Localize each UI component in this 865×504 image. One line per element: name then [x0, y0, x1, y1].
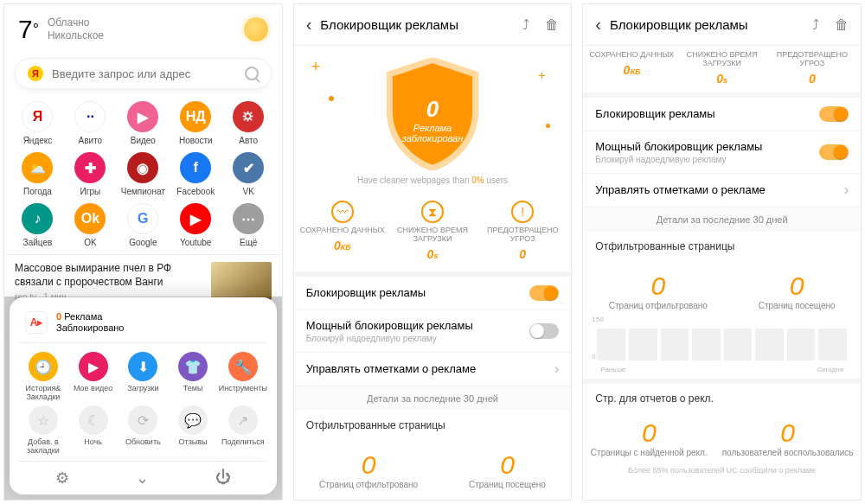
- filtered-pages-stat: 0Страниц отфильтровано: [609, 271, 708, 310]
- app-icon: ✚: [74, 152, 106, 183]
- app-label: Ещё: [240, 238, 257, 247]
- tool-label: Отзывы: [179, 438, 208, 447]
- toggle-strong-adblock[interactable]: Мощный блокировщик рекламыБлокируй надое…: [583, 131, 861, 174]
- share-icon[interactable]: ⤴: [522, 17, 529, 33]
- tool-icon: ⟳: [128, 405, 157, 435]
- app-label: Видео: [131, 136, 156, 145]
- app-icon: ⛭: [233, 101, 264, 132]
- app-shortcut[interactable]: Ok OK: [64, 201, 117, 249]
- reported-pages-stat: 0Страницы с найденной рекл.: [591, 418, 708, 457]
- section-heading: Отфильтрованные страницы: [294, 411, 572, 440]
- chevron-right-icon: ›: [554, 361, 559, 377]
- app-shortcut[interactable]: ▶ Видео: [117, 99, 170, 147]
- tool-button[interactable]: ⟳ Обновить: [118, 405, 168, 456]
- app-shortcut[interactable]: ✔ VK: [222, 150, 275, 198]
- tool-label: Темы: [183, 385, 203, 393]
- city-name: Никольское: [48, 29, 104, 42]
- app-icon: ▶: [180, 203, 211, 234]
- tool-icon: ☾: [79, 405, 108, 435]
- exit-button[interactable]: ⏻: [215, 469, 231, 488]
- tool-button[interactable]: 🕘 История& Закладки: [18, 352, 68, 402]
- tool-button[interactable]: 🔧 Инструменты: [218, 352, 268, 402]
- tool-button[interactable]: ↗ Поделиться: [218, 405, 268, 456]
- settings-button[interactable]: ⚙: [55, 469, 69, 488]
- trash-icon[interactable]: 🗑: [545, 17, 559, 33]
- adblock-summary[interactable]: A▸ 0 РекламаЗаблокировано: [18, 306, 268, 343]
- home-screen: 7° ОблачноНикольское Я Я Яндекс ·· Авито…: [3, 3, 283, 501]
- app-shortcut[interactable]: НД Новости: [170, 99, 222, 147]
- stat-item: ! ПРЕДОТВРАЩЕНО УГРОЗ 0: [478, 201, 567, 261]
- search-input[interactable]: [52, 67, 236, 80]
- stat-item: 〰 СОХРАНЕНО ДАННЫХ 0КБ: [298, 201, 387, 261]
- adblock-icon: A▸: [25, 311, 48, 334]
- back-button[interactable]: ‹: [306, 15, 312, 35]
- app-shortcut[interactable]: Я Яндекс: [11, 99, 64, 147]
- app-shortcut[interactable]: ♪ Зайцев: [11, 201, 64, 249]
- app-label: Погода: [23, 187, 52, 196]
- chevron-right-icon: ›: [844, 182, 849, 198]
- toggle-switch[interactable]: [529, 285, 559, 301]
- tool-label: Ночь: [84, 438, 102, 447]
- app-shortcut[interactable]: ·· Авито: [64, 99, 117, 147]
- app-label: Google: [129, 238, 157, 247]
- tool-icon: 👕: [178, 352, 208, 381]
- search-bar[interactable]: Я: [15, 58, 272, 89]
- adblock-detail-stats: ‹ Блокировщик рекламы ⤴ 🗑 СОХРАНЕНО ДАНН…: [582, 3, 862, 501]
- app-label: Авито: [79, 136, 103, 145]
- app-shortcut[interactable]: ▶ Youtube: [170, 201, 222, 249]
- toggle-adblock[interactable]: Блокировщик рекламы: [583, 98, 861, 131]
- collapse-button[interactable]: ⌄: [136, 469, 149, 488]
- toggle-strong-adblock[interactable]: Мощный блокировщик рекламыБлокируй надое…: [294, 310, 572, 353]
- search-icon[interactable]: [245, 67, 259, 80]
- app-shortcut[interactable]: G Google: [117, 201, 170, 249]
- toggle-switch[interactable]: [529, 323, 559, 339]
- app-label: VK: [243, 187, 254, 196]
- tool-button[interactable]: ▶ Мое видео: [68, 352, 119, 402]
- tool-button[interactable]: ☾ Ночь: [68, 405, 119, 456]
- page-title: Блокировщик рекламы: [610, 17, 797, 32]
- weather-header[interactable]: 7° ОблачноНикольское: [4, 4, 282, 54]
- sun-icon: [244, 17, 268, 41]
- tool-icon: ▶: [79, 352, 108, 381]
- tool-icon: ↗: [228, 405, 258, 435]
- app-label: Youtube: [180, 238, 211, 247]
- tool-label: История& Закладки: [18, 385, 68, 402]
- app-shortcut[interactable]: f Facebook: [170, 150, 222, 198]
- adblock-detail-shield: ‹ Блокировщик рекламы ⤴ 🗑 + + 0Рекламаза…: [293, 3, 573, 501]
- shield-badge: 0Рекламазаблокирован: [381, 58, 484, 170]
- app-icon: ··: [74, 101, 106, 132]
- tool-label: Инструменты: [219, 385, 267, 393]
- app-shortcut[interactable]: ⛅ Погода: [11, 150, 64, 198]
- toggle-switch[interactable]: [819, 106, 849, 122]
- stat-icon: 〰: [331, 201, 354, 223]
- tool-button[interactable]: ⬇ Загрузки: [118, 352, 168, 402]
- tool-button[interactable]: ☆ Добав. в закладки: [18, 405, 68, 456]
- app-shortcut[interactable]: ⋯ Ещё: [222, 201, 275, 249]
- page-title: Блокировщик рекламы: [320, 17, 507, 32]
- back-button[interactable]: ‹: [595, 15, 601, 35]
- stat-icon: ⧗: [421, 201, 444, 223]
- app-label: Яндекс: [23, 136, 53, 145]
- manage-ad-marks[interactable]: Управлять отметками о рекламе›: [583, 174, 861, 207]
- news-thumbnail: [211, 262, 272, 300]
- cleaner-text: Have cleaner webpages than 0% users: [357, 175, 508, 185]
- users-reported-stat: 0пользователей воспользовались: [722, 418, 854, 457]
- app-icon: ✔: [233, 152, 264, 183]
- tool-icon: ⬇: [128, 352, 157, 381]
- app-shortcut[interactable]: ◉ Чемпионат: [117, 150, 170, 198]
- tool-label: Загрузки: [127, 385, 158, 393]
- share-icon[interactable]: ⤴: [812, 17, 819, 33]
- trash-icon[interactable]: 🗑: [835, 17, 849, 33]
- manage-ad-marks[interactable]: Управлять отметками о рекламе›: [294, 353, 572, 386]
- section-heading: Отфильтрованные страницы: [583, 232, 861, 261]
- app-shortcut[interactable]: ✚ Игры: [64, 150, 117, 198]
- tool-label: Добав. в закладки: [18, 438, 68, 456]
- app-shortcut[interactable]: ⛭ Авто: [222, 99, 275, 147]
- toggle-adblock[interactable]: Блокировщик рекламы: [294, 277, 572, 310]
- tool-button[interactable]: 💬 Отзывы: [168, 405, 218, 456]
- app-label: Авто: [239, 136, 258, 145]
- toggle-switch[interactable]: [819, 144, 849, 160]
- visited-pages-stat: 0Страниц посещено: [469, 450, 546, 489]
- tool-button[interactable]: 👕 Темы: [168, 352, 218, 402]
- app-icon: ♪: [22, 203, 53, 234]
